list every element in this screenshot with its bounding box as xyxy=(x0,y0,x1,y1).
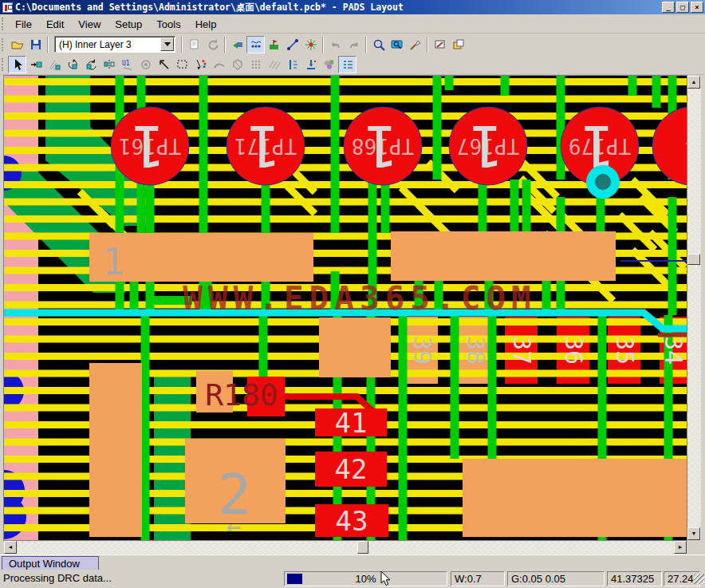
properties-button[interactable] xyxy=(185,36,203,53)
scroll-down-button[interactable]: ▼ xyxy=(687,527,700,540)
layer-selector-dropdown-button[interactable] xyxy=(160,37,174,51)
testpoint-pin-number: 1 xyxy=(131,112,165,180)
component-outline[interactable] xyxy=(319,318,391,377)
layer-selector[interactable]: (H) Inner Layer 3 xyxy=(54,36,175,53)
bga-toolbox-button[interactable] xyxy=(301,36,320,53)
output-row: Output Window xyxy=(0,554,705,570)
component-outline[interactable] xyxy=(463,459,687,537)
rotate-button[interactable] xyxy=(63,56,81,73)
open-icon xyxy=(11,38,24,51)
zoom-mode-button[interactable] xyxy=(369,36,388,53)
component-label: 1 xyxy=(102,240,124,283)
rename-button[interactable]: U1 xyxy=(118,56,136,73)
pad-number: 38 xyxy=(462,336,490,365)
align-bottom-button[interactable] xyxy=(301,56,320,73)
scroll-left-button[interactable]: ◄ xyxy=(4,541,17,554)
menu-item-setup[interactable]: Setup xyxy=(108,16,149,33)
menu-item-view[interactable]: View xyxy=(71,16,108,33)
testpoint-pin-number: 1 xyxy=(246,112,281,180)
exchange-button[interactable] xyxy=(136,56,155,73)
testpoint-pin-number: 1 xyxy=(469,112,503,180)
pattern-button[interactable] xyxy=(246,56,265,73)
select-net-button[interactable] xyxy=(191,56,210,73)
hatch-button[interactable] xyxy=(265,56,283,73)
eco-toolbox-button[interactable] xyxy=(265,36,283,53)
radial-move-icon xyxy=(48,58,61,71)
minimize-button[interactable]: _ xyxy=(662,2,675,13)
output-window-tab[interactable]: Output Window xyxy=(2,556,99,570)
select-button[interactable] xyxy=(8,56,26,73)
move-icon xyxy=(30,58,42,71)
redo-icon xyxy=(348,38,360,51)
menu-bar: FileEditViewSetupToolsHelp xyxy=(0,14,705,34)
open-button[interactable] xyxy=(8,36,26,53)
via-hole xyxy=(595,174,611,190)
design-toolbox-button[interactable] xyxy=(228,36,246,53)
toolbar-separator xyxy=(322,37,324,53)
resize-grip[interactable] xyxy=(694,574,704,584)
rename-icon: U1 xyxy=(121,58,134,71)
route-toolbox-button[interactable] xyxy=(283,36,301,53)
select-anchor-button[interactable] xyxy=(155,56,173,73)
refresh-button[interactable] xyxy=(203,36,222,53)
menu-item-help[interactable]: Help xyxy=(188,16,224,33)
slope-button[interactable] xyxy=(210,56,228,73)
horizontal-scroll-thumb[interactable] xyxy=(357,541,368,554)
grid-indicator: G:0.05 0.05 xyxy=(507,571,605,586)
file-manager-icon xyxy=(452,38,465,51)
flip-button[interactable] xyxy=(100,56,118,73)
flip-icon xyxy=(103,58,116,71)
file-manager-button[interactable] xyxy=(449,36,467,53)
pour-manager-button[interactable] xyxy=(431,36,449,53)
menu-item-tools[interactable]: Tools xyxy=(149,16,187,33)
select-anchor-icon xyxy=(158,58,171,71)
redo-button[interactable] xyxy=(345,36,363,53)
select-net-icon xyxy=(195,58,207,71)
component-outline[interactable] xyxy=(391,231,616,281)
pad-number: 37 xyxy=(508,336,536,365)
design-toolbox-icon xyxy=(231,38,244,51)
toolbar-separator xyxy=(224,37,226,53)
scroll-right-button[interactable]: ► xyxy=(674,541,687,554)
board-view-icon xyxy=(391,38,404,51)
pad-number: 42 xyxy=(335,453,368,485)
title-bar[interactable]: C:\Documents and Settings\Administrator\… xyxy=(0,0,705,14)
maximize-button[interactable]: □ xyxy=(676,2,689,13)
redraw-button[interactable] xyxy=(406,36,424,53)
save-button[interactable] xyxy=(26,36,45,53)
horizontal-scrollbar[interactable]: ◄ ► xyxy=(4,541,687,554)
spin-icon xyxy=(85,58,97,71)
dispense-button[interactable] xyxy=(320,56,338,73)
zoom-mode-icon xyxy=(372,38,385,51)
align-vertical-button[interactable] xyxy=(283,56,301,73)
keepout-button[interactable] xyxy=(228,56,246,73)
toolbar2-grip xyxy=(2,58,6,71)
close-button[interactable]: × xyxy=(691,2,703,13)
scroll-up-button[interactable]: ▲ xyxy=(687,76,700,89)
menu-item-edit[interactable]: Edit xyxy=(39,16,71,33)
drafting-toolbox-button[interactable] xyxy=(246,36,265,53)
scrollbar-corner xyxy=(687,541,701,554)
menu-item-file[interactable]: File xyxy=(8,16,39,33)
statistics-icon xyxy=(341,58,354,71)
vertical-scrollbar[interactable]: ▲ ▼ xyxy=(687,76,701,540)
select-rectangle-button[interactable] xyxy=(173,56,191,73)
status-bar: Processing DRC data... 10% W:0.7 G:0.05 … xyxy=(0,570,705,588)
eco-toolbox-icon xyxy=(268,38,281,51)
layer-selector-value: (H) Inner Layer 3 xyxy=(55,39,160,50)
direction-arrow: ← xyxy=(226,512,241,540)
pcb-canvas[interactable]: 124142432393837363534TP1611TP1711TP1681T… xyxy=(4,76,687,540)
vertical-scroll-thumb[interactable] xyxy=(687,254,700,265)
properties-icon xyxy=(188,38,201,51)
board-view-button[interactable] xyxy=(388,36,406,53)
redraw-icon xyxy=(409,38,422,51)
window-title: C:\Documents and Settings\Administrator\… xyxy=(15,2,660,14)
radial-move-button[interactable] xyxy=(45,56,63,73)
move-button[interactable] xyxy=(26,56,45,73)
exchange-icon xyxy=(140,58,152,71)
svg-text:U1: U1 xyxy=(122,60,130,67)
statistics-button[interactable] xyxy=(338,56,356,73)
undo-button[interactable] xyxy=(326,36,345,53)
component-outline[interactable] xyxy=(89,363,142,537)
spin-button[interactable] xyxy=(81,56,100,73)
